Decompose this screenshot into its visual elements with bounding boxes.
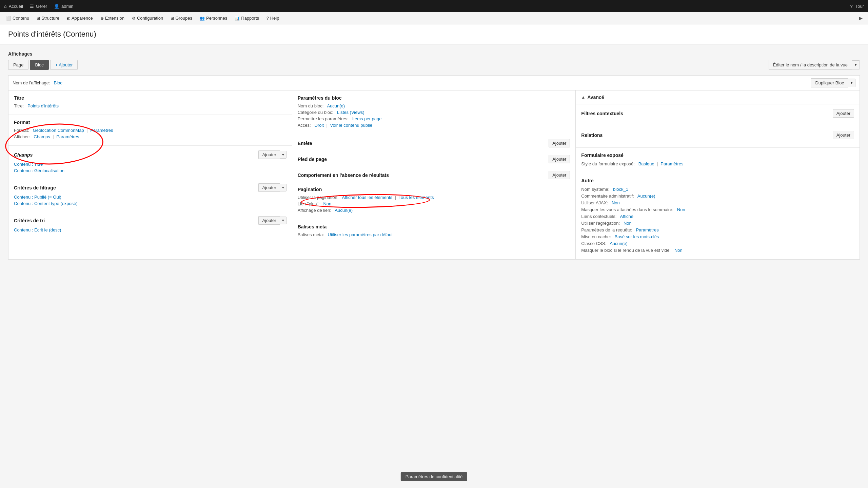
nav-contenu[interactable]: ⬜ Contenu — [3, 14, 33, 23]
pied-page-title: Pied de page — [298, 157, 327, 162]
nav-apparence[interactable]: ◐ Apparence — [63, 14, 96, 23]
entete-section-wrapper: Entête Ajouter — [292, 134, 576, 150]
duplicate-btn[interactable]: Dupliquer Bloc — [811, 78, 848, 87]
pagination-val2-link[interactable]: Tous les éléments — [399, 195, 434, 200]
tab-page[interactable]: Page — [8, 60, 28, 70]
tri-add-arrow[interactable]: ▾ — [280, 217, 287, 224]
autre-title: Autre — [581, 178, 594, 183]
liens-link[interactable]: Affiché — [620, 214, 634, 219]
requete-link[interactable]: Paramètres — [636, 227, 658, 232]
affichage-lien-value[interactable]: Aucun(e) — [335, 208, 353, 213]
formulaire-title: Formulaire exposé — [581, 152, 624, 158]
nav-configuration[interactable]: ⚙ Configuration — [129, 14, 166, 23]
commentaire-link[interactable]: Aucun(e) — [637, 194, 655, 199]
nom-systeme-link[interactable]: block_1 — [613, 187, 628, 192]
nav-structure[interactable]: ⊞ Structure — [33, 14, 63, 23]
masquer-bloc-row: Masquer le bloc si le rendu de la vue es… — [581, 248, 854, 253]
format-params-link[interactable]: Paramètres — [90, 128, 113, 133]
tri-add-btn[interactable]: Ajouter — [258, 216, 279, 225]
requete-row: Paramètres de la requête: Paramètres — [581, 227, 854, 232]
pied-page-header: Pied de page Ajouter — [292, 150, 576, 166]
balises-meta-row: Balises meta: Utiliser les paramètres pa… — [298, 232, 570, 237]
nav-groupes[interactable]: ⊞ Groupes — [167, 14, 196, 23]
style-params-link[interactable]: Paramètres — [660, 161, 683, 166]
nav-right-collapse[interactable]: ▶ — [856, 14, 865, 22]
tri-item-1[interactable]: Contenu : Écrit le (desc) — [14, 227, 287, 232]
filtre-item-1[interactable]: Contenu : Publié (= Oui) — [14, 195, 287, 200]
config-icon: ⚙ — [132, 16, 136, 21]
nav-extension[interactable]: ⊕ Extension — [97, 14, 128, 23]
filtres-section: Filtres contextuels Ajouter — [576, 104, 860, 126]
balises-meta-section: Balises meta Balises meta: Utiliser les … — [292, 219, 576, 243]
entete-add-btn[interactable]: Ajouter — [549, 139, 570, 147]
tour-link[interactable]: ? Tour — [850, 4, 864, 9]
nav-help[interactable]: ? Help — [263, 14, 282, 23]
formulaire-header: Formulaire exposé — [581, 152, 854, 158]
filtrage-section-wrapper: Critères de filtrage Ajouter ▾ Contenu :… — [8, 179, 292, 211]
pagination-val1-link[interactable]: Afficher tous les éléments — [342, 195, 392, 200]
permettre-value[interactable]: Items per page — [352, 116, 382, 121]
masquer-bloc-link[interactable]: Non — [674, 248, 683, 253]
format-title: Format — [14, 120, 287, 125]
lien-plus-value[interactable]: Non — [323, 201, 331, 206]
acces-value[interactable]: Droit — [315, 123, 324, 128]
nav-personnes[interactable]: 👥 Personnes — [196, 14, 231, 23]
filtre-item-2[interactable]: Contenu : Content type (exposé) — [14, 201, 287, 206]
titre-value-link[interactable]: Points d'intérêts — [27, 103, 59, 108]
pied-page-add-btn[interactable]: Ajouter — [549, 155, 570, 163]
style-basique-link[interactable]: Basique — [638, 161, 654, 166]
apparence-icon: ◐ — [67, 16, 70, 21]
style-label: Style du formulaire exposé: — [581, 161, 635, 166]
duplicate-arrow-btn[interactable]: ▾ — [848, 79, 855, 87]
categorie-value[interactable]: Listes (Views) — [337, 110, 364, 115]
champs-header: Champs Ajouter ▾ — [8, 146, 292, 162]
nom-bloc-label: Nom du bloc: — [298, 103, 324, 108]
accueil-link[interactable]: ⌂ Accueil — [4, 4, 23, 9]
afficher-params-link[interactable]: Paramètres — [56, 134, 79, 139]
titre-field-row: Titre: Points d'intérêts — [14, 103, 287, 108]
balises-meta-value[interactable]: Utiliser les paramètres par défaut — [328, 232, 393, 237]
commentaire-row: Commentaire administratif: Aucun(e) — [581, 194, 854, 199]
gerer-link[interactable]: ☰ Gérer — [30, 4, 47, 9]
relations-add-btn[interactable]: Ajouter — [833, 131, 854, 139]
filtrage-add-arrow[interactable]: ▾ — [280, 184, 287, 191]
css-link[interactable]: Aucun(e) — [610, 241, 628, 246]
tab-bloc[interactable]: Bloc — [30, 60, 48, 70]
nom-bloc-value[interactable]: Aucun(e) — [327, 103, 345, 108]
admin-link[interactable]: 👤 admin — [54, 4, 73, 9]
display-name-link[interactable]: Bloc — [54, 80, 62, 85]
cache-row: Mise en cache: Basé sur les mots-clés — [581, 234, 854, 239]
filtrage-header: Critères de filtrage Ajouter ▾ — [8, 179, 292, 195]
afficher-champs-link[interactable]: Champs — [34, 134, 50, 139]
autre-section: Autre Nom système: block_1 Commentaire a… — [576, 173, 860, 259]
filtres-add-btn[interactable]: Ajouter — [833, 109, 854, 118]
champ-item-2[interactable]: Contenu : Géolocalisation — [14, 168, 287, 173]
masquer-row: Masquer les vues attachées dans le somma… — [581, 207, 854, 212]
agregation-link[interactable]: Non — [624, 221, 632, 226]
personnes-icon: 👥 — [200, 16, 205, 21]
titre-label: Titre: — [14, 103, 24, 108]
balises-meta-label: Balises meta: — [298, 232, 324, 237]
nav-rapports[interactable]: 📊 Rapports — [231, 14, 262, 23]
cache-link[interactable]: Basé sur les mots-clés — [615, 234, 659, 239]
display-name-label: Nom de l'affichage: Bloc — [13, 80, 62, 85]
titre-section: Titre Titre: Points d'intérêts — [8, 90, 292, 115]
filtres-title: Filtres contextuels — [581, 111, 623, 116]
rapports-icon: 📊 — [235, 16, 240, 21]
champ-item-1[interactable]: Contenu : Titre — [14, 162, 287, 167]
tri-items: Contenu : Écrit le (desc) — [8, 227, 292, 238]
edit-view-main-btn[interactable]: Éditer le nom / la description de la vue — [769, 60, 852, 70]
masquer-link[interactable]: Non — [677, 207, 685, 212]
format-value-link[interactable]: Geolocation CommonMap — [33, 128, 84, 133]
filtrage-add-btn[interactable]: Ajouter — [258, 183, 279, 192]
format-section: Format Format: Geolocation CommonMap | P… — [8, 115, 292, 146]
voir-contenu-link[interactable]: Voir le contenu publié — [330, 123, 372, 128]
advanced-toggle[interactable]: ▲ Avancé — [581, 95, 604, 100]
champs-add-btn[interactable]: Ajouter — [258, 150, 279, 159]
tab-add[interactable]: + Ajouter — [50, 60, 78, 70]
ajax-row: Utiliser AJAX: Non — [581, 200, 854, 205]
champs-add-arrow[interactable]: ▾ — [280, 151, 287, 159]
edit-view-arrow-btn[interactable]: ▾ — [852, 60, 860, 69]
ajax-link[interactable]: Non — [612, 200, 620, 205]
comportement-add-btn[interactable]: Ajouter — [549, 171, 570, 179]
